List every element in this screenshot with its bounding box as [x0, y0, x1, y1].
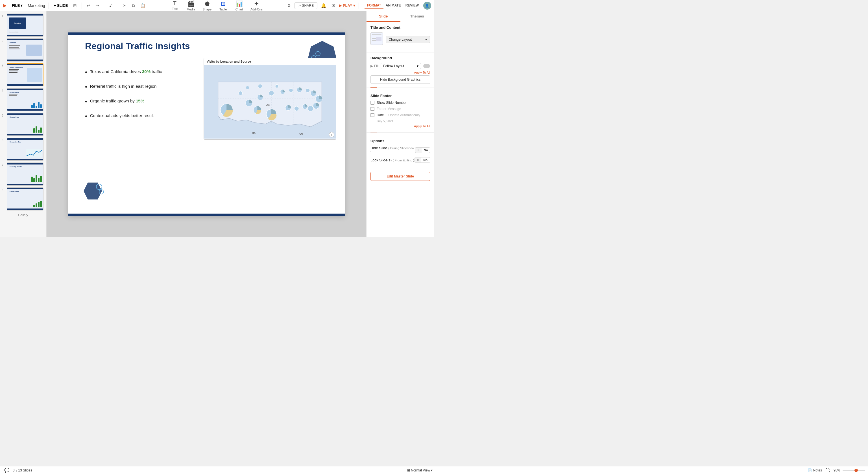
toolbar-table[interactable]: ⊞ Table: [215, 0, 231, 12]
copy-button[interactable]: ⧉: [130, 2, 136, 9]
slide-thumb-5[interactable]: 5 Channel Stats: [2, 113, 44, 136]
map-visualization[interactable]: Visits by Location and Source: [204, 58, 336, 140]
slide-num-2: 2: [2, 38, 6, 43]
play-button[interactable]: ▶ PLAY ▾: [339, 3, 355, 8]
shape-icon: ⬟: [205, 0, 210, 7]
slide-title[interactable]: Regional Traffic Insights: [85, 41, 190, 52]
cut-button[interactable]: ✂: [122, 2, 128, 9]
toolbar-chart[interactable]: 📊 Chart: [231, 0, 247, 12]
file-menu-button[interactable]: FILE ▾: [10, 3, 24, 8]
file-chevron: ▾: [21, 3, 23, 8]
bullet-2: • Referral traffic is high in east regio…: [85, 84, 162, 91]
slide-num-8: 8: [2, 187, 6, 192]
svg-text:MX: MX: [252, 132, 255, 134]
background-section-title: Background: [370, 56, 430, 60]
slide-thumb-2[interactable]: 2 Overview: [2, 38, 44, 62]
slide-thumb-4[interactable]: 4 Data Analysis: [2, 88, 44, 111]
grid-view-button[interactable]: ⊞: [72, 2, 78, 9]
separator-5: [359, 3, 359, 9]
tab-review[interactable]: REVIEW: [403, 2, 421, 9]
svg-point-29: [239, 91, 243, 95]
bullet-4: • Contextual ads yields better result: [85, 113, 162, 120]
date-checkbox[interactable]: [370, 113, 374, 117]
tab-themes[interactable]: Themes: [400, 11, 434, 22]
slide-canvas[interactable]: Regional Traffic Insights • Texas and Ca…: [68, 32, 345, 216]
bullet-text-2: Referral traffic is high in east region: [90, 84, 157, 89]
chart-label: Chart: [236, 8, 243, 11]
slide-img-7[interactable]: Campaign Results: [7, 163, 43, 185]
separator-4: [118, 3, 118, 9]
notification-button[interactable]: 🔔: [320, 2, 328, 9]
layout-preview: [370, 32, 383, 45]
fill-expand-icon[interactable]: ▶ Fill: [370, 64, 378, 68]
slide-img-6[interactable]: Conversion Rate: [7, 138, 43, 161]
layout-section: Title and Content Change Layout ▾: [367, 22, 434, 53]
slide-thumb-6[interactable]: 6 Conversion Rate: [2, 138, 44, 161]
text-icon: T: [174, 1, 177, 6]
slide-thumb-3[interactable]: 3 Regional Traffic Insights: [2, 63, 44, 86]
footer-message-checkbox[interactable]: [370, 107, 374, 111]
settings-button[interactable]: ⚙: [286, 2, 292, 9]
redo-button[interactable]: ↪: [94, 2, 100, 9]
change-layout-label: Change Layout: [389, 37, 412, 41]
undo-button[interactable]: ↩: [85, 2, 92, 9]
document-title[interactable]: Marketing: [28, 3, 45, 8]
toolbar-shape[interactable]: ⬟ Shape: [199, 0, 215, 12]
app-logo: ▶: [3, 3, 6, 8]
addons-label: Add-Ons: [250, 8, 262, 11]
bullet-dot-2: •: [85, 83, 87, 91]
slide-img-8[interactable]: Growth Trend: [7, 187, 43, 210]
chart-icon: 📊: [236, 0, 243, 7]
paint-format-button[interactable]: 🖌: [107, 2, 115, 9]
slide-img-3[interactable]: Regional Traffic Insights: [7, 63, 43, 86]
apply-to-all-footer[interactable]: Apply To All: [370, 125, 430, 128]
center-toolbar: T Text 🎬 Media ⬟ Shape ⊞ Table 📊 Chart ✦…: [167, 0, 266, 12]
add-slide-label: + SLIDE: [54, 3, 68, 8]
chat-button[interactable]: ✉: [330, 2, 337, 9]
addons-icon: ✦: [254, 0, 259, 7]
slide-num-3: 3: [2, 63, 6, 67]
add-slide-button[interactable]: + SLIDE: [52, 3, 70, 8]
slide-img-1[interactable]: Marketing Contents & Details: [7, 13, 43, 37]
slide-thumb-1[interactable]: 1 Marketing Contents & Details: [2, 13, 44, 37]
apply-to-all-bg[interactable]: Apply To All: [370, 71, 430, 74]
map-title: Visits by Location and Source: [204, 58, 336, 65]
hide-slide-toggle[interactable]: II No: [415, 147, 430, 153]
slide-thumb-8[interactable]: 8 Growth Trend: [2, 187, 44, 210]
tab-animate[interactable]: ANIMATE: [383, 2, 403, 9]
lock-slide-no[interactable]: No: [421, 158, 430, 163]
slide-img-4[interactable]: Data Analysis: [7, 88, 43, 111]
hide-slide-no[interactable]: No: [422, 147, 430, 153]
tab-format[interactable]: FORMAT: [365, 2, 383, 9]
hide-slide-ii[interactable]: II: [415, 147, 422, 153]
follow-layout-dropdown[interactable]: Follow Layout ▾: [381, 63, 421, 69]
map-body: MX CU US: [204, 65, 336, 139]
show-slide-number-checkbox[interactable]: [370, 101, 374, 105]
play-chevron: ▾: [353, 3, 355, 8]
fill-row: ▶ Fill Follow Layout ▾: [370, 63, 430, 69]
slide-img-5[interactable]: Channel Stats: [7, 113, 43, 136]
bullet-dot-3: •: [85, 98, 87, 105]
background-section: Background ▶ Fill Follow Layout ▾ Apply …: [367, 53, 434, 88]
slide-num-7: 7: [2, 163, 6, 167]
toolbar-text[interactable]: T Text: [167, 0, 183, 11]
hide-background-button[interactable]: Hide Background Graphics: [370, 75, 430, 84]
lock-slide-toggle[interactable]: II No: [414, 157, 430, 163]
svg-text:CU: CU: [299, 132, 303, 135]
svg-point-23: [308, 106, 313, 111]
slide-num-5: 5: [2, 113, 6, 117]
toolbar-addons[interactable]: ✦ Add-Ons: [248, 0, 266, 12]
lock-slide-ii[interactable]: II: [415, 158, 421, 163]
edit-master-button[interactable]: Edit Master Slide: [370, 172, 430, 181]
svg-point-32: [275, 84, 279, 88]
paste-button[interactable]: 📋: [138, 2, 147, 9]
change-layout-button[interactable]: Change Layout ▾: [386, 36, 430, 43]
share-button[interactable]: ↗ SHARE: [294, 2, 317, 9]
slide-thumb-7[interactable]: 7 Campaign Results: [2, 163, 44, 185]
slide-img-2[interactable]: Overview: [7, 38, 43, 62]
fill-toggle[interactable]: [423, 64, 430, 68]
svg-text:US: US: [266, 103, 270, 106]
toolbar-media[interactable]: 🎬 Media: [183, 0, 199, 12]
tab-slide[interactable]: Slide: [367, 11, 400, 22]
user-avatar[interactable]: 👤: [423, 2, 431, 9]
